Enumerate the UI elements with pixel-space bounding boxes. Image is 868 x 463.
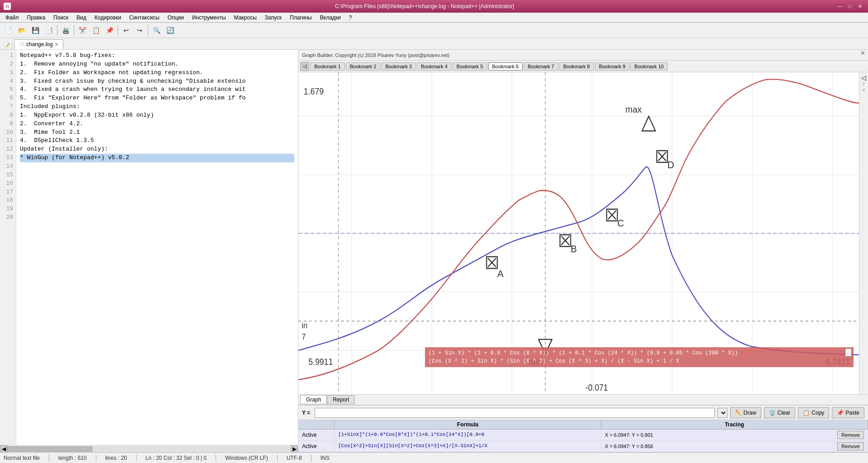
code-line[interactable]: * WinGup (for Notepad++) v5.0.2: [20, 154, 294, 162]
redo-button[interactable]: ↪: [133, 24, 146, 37]
line-number: 2: [3, 60, 13, 69]
tab-close-button[interactable]: ✕: [55, 42, 58, 47]
y-input[interactable]: [315, 408, 714, 418]
scroll-right-btn[interactable]: ▶: [291, 445, 298, 453]
formula-active-label-2: Active: [302, 443, 317, 449]
copy-graph-button[interactable]: 📋 Copy: [798, 407, 829, 418]
editor-scrollbar[interactable]: ◀ ▶: [0, 445, 298, 452]
bookmark-btn-4[interactable]: Bookmark 4: [417, 62, 452, 71]
paste-button[interactable]: 📌: [103, 24, 116, 37]
menu-item-синтаксисы[interactable]: Синтаксисы: [126, 14, 163, 22]
bookmark-btn-3[interactable]: Bookmark 3: [381, 62, 416, 71]
tab-icon: 📝: [4, 43, 10, 48]
open-button[interactable]: 📂: [15, 24, 28, 37]
menu-item-инструменты[interactable]: Инструменты: [189, 14, 230, 22]
code-line[interactable]: Notepad++ v7.5.8 bug-fixes:: [20, 52, 294, 60]
menu-item-макросы[interactable]: Макросы: [231, 14, 260, 22]
toolbar-separator-4: [148, 25, 148, 36]
status-sep-3: [136, 454, 137, 462]
copy-button[interactable]: 📋: [90, 24, 102, 37]
line-numbers: 1234567891011121314151617181920: [0, 50, 16, 445]
graph-close-button[interactable]: ✕: [858, 50, 868, 57]
code-line[interactable]: 2. Fix Folder as Workspace not updating …: [20, 69, 294, 77]
bookmark-btn-2[interactable]: Bookmark 2: [346, 62, 381, 71]
menu-item-?[interactable]: ?: [345, 14, 356, 22]
new-button[interactable]: 📄: [2, 24, 14, 37]
graph-tabs: Graph Report: [298, 394, 868, 405]
replace-button[interactable]: 🔄: [164, 24, 176, 37]
cut-button[interactable]: ✂️: [76, 24, 89, 37]
formula-cell-2: [Cos[X^2]+Sin[X][Sin[X^2]+Cos[X^3]+X]/[X…: [335, 441, 601, 452]
line-number: 17: [3, 188, 13, 197]
minimize-button[interactable]: ─: [835, 2, 844, 11]
close-button[interactable]: ✕: [855, 2, 864, 11]
draw-button[interactable]: ✏️ Draw: [730, 407, 761, 418]
code-line[interactable]: 3. Fixed crash issue by checking & unche…: [20, 77, 294, 86]
tab-icon-file: 📄: [19, 42, 24, 47]
line-number: 5: [3, 85, 13, 94]
menu-item-вид[interactable]: Вид: [73, 14, 90, 22]
formula-text-2: [Cos[X^2]+Sin[X][Sin[X^2]+Cos[X^3]+X]/[X…: [338, 443, 487, 449]
status-bar: Normal text file length : 610 lines : 20…: [0, 452, 868, 463]
menu-item-запуск[interactable]: Запуск: [261, 14, 286, 22]
menu-item-кодировки[interactable]: Кодировки: [91, 14, 125, 22]
right-nav-top[interactable]: ◁: [861, 74, 866, 81]
scroll-left-btn[interactable]: ◀: [0, 445, 7, 453]
undo-button[interactable]: ↩: [120, 24, 132, 37]
bookmark-btn-7[interactable]: Bookmark 7: [524, 62, 558, 71]
menu-item-файл[interactable]: Файл: [2, 14, 23, 22]
bookmark-btn-9[interactable]: Bookmark 9: [595, 62, 630, 71]
formula-active-label-1: Active: [302, 432, 317, 438]
line-number: 15: [3, 171, 13, 180]
save-all-button[interactable]: 📑: [42, 24, 55, 37]
line-number: 12: [3, 145, 13, 154]
code-line[interactable]: 4. Fixed a crash when trying to launch a…: [20, 85, 294, 94]
graph-tab-graph[interactable]: Graph: [300, 395, 327, 404]
clear-button[interactable]: 🗑️ Clear: [764, 407, 796, 418]
svg-text:1.679: 1.679: [304, 86, 324, 96]
menu-item-правка[interactable]: Правка: [24, 14, 49, 22]
save-button[interactable]: 💾: [29, 24, 42, 37]
y-dropdown[interactable]: [717, 408, 727, 418]
code-area[interactable]: Notepad++ v7.5.8 bug-fixes:1. Remove ann…: [16, 50, 298, 445]
paste-graph-button[interactable]: 📌 Paste: [832, 407, 864, 418]
code-line[interactable]: Updater (Installer only):: [20, 145, 294, 154]
status-sep-6: [311, 454, 311, 462]
scroll-thumb[interactable]: [7, 446, 92, 452]
status-encoding: Windows (CR LF): [225, 455, 268, 461]
formula-overlay-close-button[interactable]: ✕: [845, 348, 852, 357]
menu-item-опции[interactable]: Опции: [164, 14, 188, 22]
bookmark-btn-10[interactable]: Bookmark 10: [630, 62, 668, 71]
line-number: 14: [3, 162, 13, 171]
formula-remove-button-1[interactable]: Remove: [837, 431, 864, 439]
print-button[interactable]: 🖨️: [59, 24, 72, 37]
bookmark-btn-1[interactable]: Bookmark 1: [310, 62, 345, 71]
toolbar-separator-3: [118, 25, 118, 36]
code-line[interactable]: Included plugins:: [20, 103, 294, 111]
graph-header-text: Graph Builder. Copyright (c) 2018 Pisare…: [302, 52, 449, 58]
nav-arrow[interactable]: ◁: [300, 62, 309, 71]
code-line[interactable]: 1. NppExport v0.2.8 (32-bit x86 only): [20, 111, 294, 120]
find-button[interactable]: 🔍: [150, 24, 163, 37]
maximize-button[interactable]: □: [845, 2, 854, 11]
code-line[interactable]: 3. Mime Tool 2.1: [20, 128, 294, 137]
tab-change-log[interactable]: 📄 change.log ✕: [14, 39, 63, 49]
line-number: 13: [3, 154, 13, 162]
code-line[interactable]: 4. DSpellCheck 1.3.5: [20, 137, 294, 145]
code-line[interactable]: 1. Remove annoying "no update" notificat…: [20, 60, 294, 69]
menu-item-плагины[interactable]: Плагины: [286, 14, 316, 22]
graph-pane: Graph Builder. Copyright (c) 2018 Pisare…: [298, 50, 868, 452]
menu-item-поиск[interactable]: Поиск: [50, 14, 72, 22]
code-line[interactable]: 2. Converter 4.2.: [20, 120, 294, 128]
code-line[interactable]: 5. Fix "Explorer Here" from "Folder as W…: [20, 94, 294, 103]
tab-bar: 📝 📄 change.log ✕: [0, 38, 868, 50]
formula-remove-button-2[interactable]: Remove: [837, 442, 864, 450]
bookmark-btn-6[interactable]: Bookmark 6: [488, 62, 523, 71]
scroll-track[interactable]: [7, 446, 291, 452]
status-sep-2: [96, 454, 96, 462]
bookmark-btn-8[interactable]: Bookmark 8: [559, 62, 594, 71]
graph-tab-report[interactable]: Report: [327, 395, 355, 404]
bookmark-btn-5[interactable]: Bookmark 5: [453, 62, 487, 71]
line-number: 10: [3, 128, 13, 137]
menu-item-вкладки[interactable]: Вкладки: [316, 14, 344, 22]
